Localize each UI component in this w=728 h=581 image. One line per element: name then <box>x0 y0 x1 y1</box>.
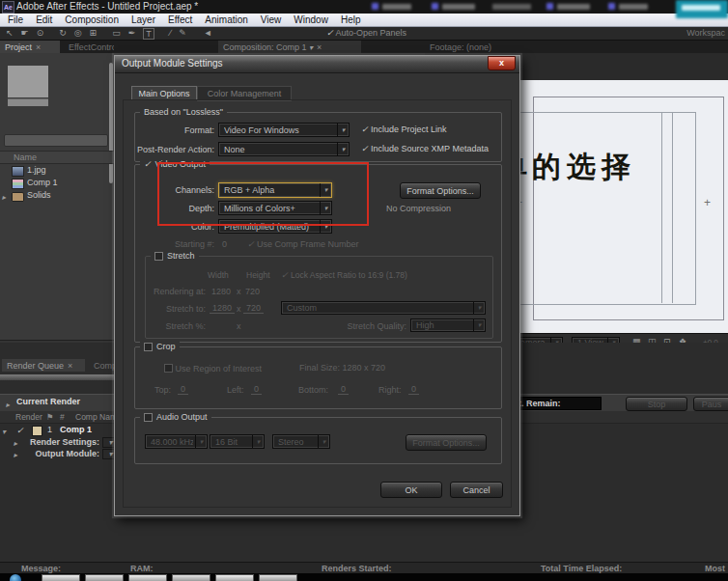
taskbar-button[interactable] <box>128 574 167 581</box>
workspace-label[interactable]: Workspac <box>686 28 725 38</box>
tab-project[interactable]: Project <box>0 41 60 53</box>
include-xmp-checkbox[interactable]: Include Source XMP Metadata <box>361 144 489 153</box>
chevron-down-icon <box>195 435 207 448</box>
no-compression-label: No Compression <box>386 204 451 213</box>
comp-guide-line <box>661 112 662 303</box>
post-render-action-select[interactable]: None <box>218 142 350 156</box>
format-label: Format: <box>135 125 214 135</box>
list-item[interactable]: Comp 1 <box>0 178 114 189</box>
cancel-button[interactable]: Cancel <box>450 482 503 498</box>
mask-tool-icon[interactable]: ▭ <box>112 27 121 40</box>
stretch-width-field[interactable]: 1280 <box>210 303 235 314</box>
use-roi-checkbox[interactable]: Use Region of Interest <box>164 363 262 374</box>
comp-title-partial-char: 单 <box>519 148 532 187</box>
selection-tool-icon[interactable]: ↖ <box>6 27 14 40</box>
blurred-item-icon <box>432 3 438 10</box>
hand-tool-icon[interactable]: ☛ <box>21 27 29 40</box>
after-effects-window: Ae Adobe After Effects - Untitled Projec… <box>0 0 728 581</box>
tab-main-options[interactable]: Main Options <box>131 86 197 100</box>
column-number[interactable]: # <box>60 412 65 422</box>
taskbar-button[interactable] <box>172 574 210 581</box>
menu-file[interactable]: File <box>8 14 23 25</box>
collapse-arrow-icon[interactable]: ◄ <box>204 27 212 40</box>
audio-rate-select[interactable]: 48.000 kHz <box>145 434 208 449</box>
taskbar-button[interactable] <box>42 574 80 581</box>
crop-checkbox[interactable]: Crop <box>140 342 180 351</box>
blurred-item <box>492 4 531 10</box>
time-ruler[interactable] <box>0 374 126 380</box>
footage-thumbnail-strip <box>8 98 48 106</box>
pan-behind-tool-icon[interactable]: ⊞ <box>90 27 98 40</box>
chevron-down-icon <box>473 302 485 314</box>
stretch-checkbox[interactable]: Stretch <box>151 251 199 261</box>
height-header: Height <box>246 270 270 280</box>
menu-edit[interactable]: Edit <box>36 14 52 25</box>
format-options-button[interactable]: Format Options... <box>400 182 481 199</box>
anchor-crosshair[interactable]: + <box>704 196 711 209</box>
chevron-down-icon <box>108 448 112 458</box>
taskbar-button[interactable] <box>85 574 124 581</box>
camera-tool-icon[interactable]: ◎ <box>74 27 82 40</box>
crop-left-field[interactable]: 0 <box>251 384 262 395</box>
crop-right-field[interactable]: 0 <box>408 384 419 395</box>
footage-thumbnail <box>8 66 48 97</box>
column-render[interactable]: Render <box>15 412 42 422</box>
include-project-link-checkbox[interactable]: Include Project Link <box>361 124 447 134</box>
stretch-height-field[interactable]: 720 <box>243 303 264 314</box>
audio-output-checkbox[interactable]: Audio Output <box>140 412 211 422</box>
taskbar-button[interactable] <box>215 574 254 581</box>
format-select[interactable]: Video For Windows <box>218 123 350 137</box>
rotation-tool-icon[interactable]: ↻ <box>59 27 67 40</box>
rendering-height: 720 <box>245 287 260 296</box>
taskbar-button[interactable] <box>259 574 297 581</box>
tab-render-queue[interactable]: Render Queue <box>2 359 85 372</box>
type-tool-icon[interactable]: T <box>143 28 154 40</box>
label-color-icon[interactable]: ⚑ <box>46 412 54 422</box>
window-titlebar[interactable]: Ae Adobe After Effects - Untitled Projec… <box>0 0 728 14</box>
tab-composition[interactable]: Composition: Comp 1 <box>218 41 361 53</box>
chevron-down-icon <box>108 436 112 447</box>
list-item[interactable]: Solids <box>0 190 114 202</box>
project-list-header[interactable]: Name <box>0 151 114 164</box>
audio-channels-select[interactable]: Stereo <box>272 434 330 449</box>
search-input[interactable] <box>4 134 108 147</box>
line-tool-icon[interactable]: ∕ <box>170 27 172 40</box>
ok-button[interactable]: OK <box>380 482 442 498</box>
footage-icon <box>12 166 24 177</box>
use-comp-frame-checkbox[interactable]: Use Comp Frame Number <box>247 239 359 249</box>
twirl-icon[interactable] <box>2 191 6 202</box>
menu-effect[interactable]: Effect <box>168 14 192 25</box>
start-button[interactable] <box>10 574 21 581</box>
crop-top-field[interactable]: 0 <box>178 384 188 395</box>
brush-tool-icon[interactable]: ✎ <box>179 27 186 40</box>
list-item[interactable]: 1.jpg <box>0 165 114 177</box>
menu-help[interactable]: Help <box>341 14 361 25</box>
dialog-titlebar[interactable]: Output Module Settings x <box>115 56 519 73</box>
zoom-tool-icon[interactable]: ⊙ <box>37 27 44 40</box>
stop-button[interactable]: Stop <box>626 397 687 411</box>
menu-view[interactable]: View <box>261 14 282 25</box>
render-checkbox[interactable] <box>16 425 24 435</box>
based-on-label: Based on "Lossless" <box>140 107 227 117</box>
tab-effect-controls[interactable]: EffectControls <box>64 41 114 53</box>
stretch-preset-select[interactable]: Custom <box>281 301 486 315</box>
starting-number-value[interactable]: 0 <box>222 239 227 249</box>
menu-window[interactable]: Window <box>294 14 328 25</box>
twirl-icon[interactable] <box>6 399 10 409</box>
close-button[interactable]: x <box>488 56 516 70</box>
menu-composition[interactable]: Composition <box>65 14 119 25</box>
crop-bottom-field[interactable]: 0 <box>338 384 349 395</box>
tab-footage[interactable]: Footage: (none) <box>425 41 514 53</box>
audio-format-options-button[interactable]: Format Options... <box>406 434 487 451</box>
pause-button[interactable]: Paus <box>693 397 728 411</box>
chevron-down-icon <box>473 319 485 331</box>
audio-depth-select[interactable]: 16 Bit <box>210 434 265 449</box>
menu-layer[interactable]: Layer <box>131 14 155 25</box>
stretch-quality-select[interactable]: High <box>410 318 486 332</box>
label-color-swatch[interactable] <box>32 426 42 436</box>
twirl-icon[interactable] <box>2 426 6 436</box>
lock-aspect-checkbox[interactable]: Lock Aspect Ratio to 16:9 (1.78) <box>281 270 407 280</box>
menu-animation[interactable]: Animation <box>205 14 247 25</box>
auto-open-panels-toggle[interactable]: Auto-Open Panels <box>326 28 406 38</box>
pen-tool-icon[interactable]: ✒ <box>128 27 136 40</box>
